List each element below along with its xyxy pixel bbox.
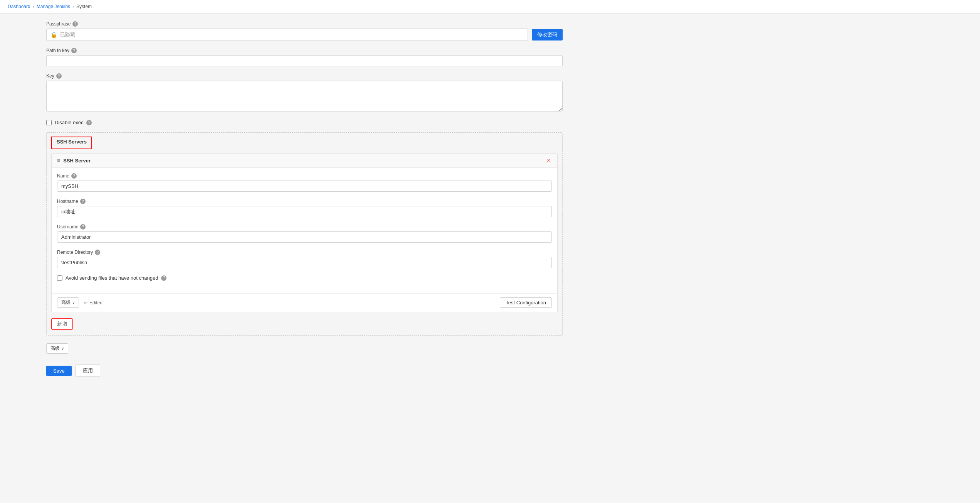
server-name-help-icon[interactable]: ? (71, 173, 77, 179)
passphrase-label: Passphrase ? (46, 21, 563, 27)
save-button[interactable]: Save (46, 366, 72, 376)
server-name-group: Name ? (57, 173, 552, 192)
key-input[interactable] (46, 81, 563, 111)
bottom-advanced-wrapper: 高级 ∨ (46, 343, 563, 359)
bottom-advanced-label: 高级 (50, 345, 60, 352)
avoid-sending-checkbox[interactable] (57, 275, 62, 281)
add-btn-wrapper: 新增 (47, 317, 562, 331)
server-remote-dir-group: Remote Directory ? (57, 250, 552, 268)
server-username-help-icon[interactable]: ? (80, 224, 86, 230)
passphrase-group: Passphrase ? 🔒 已隐藏 修改密码 (46, 21, 563, 41)
server-hostname-group: Hostname ? (57, 199, 552, 217)
avoid-sending-help-icon[interactable]: ? (161, 275, 166, 281)
server-footer-left: 高级 ∨ ✏ Edited (57, 297, 103, 308)
path-to-key-group: Path to key ? (46, 48, 563, 66)
key-help-icon[interactable]: ? (56, 73, 62, 79)
bottom-actions: Save 应用 (46, 365, 563, 377)
key-group: Key ? (46, 73, 563, 113)
breadcrumb: Dashboard › Manage Jenkins › System (0, 0, 980, 14)
server-footer: 高级 ∨ ✏ Edited Test Configuration (52, 293, 557, 312)
key-label: Key ? (46, 73, 563, 79)
drag-icon[interactable]: ≡ (57, 157, 60, 164)
server-remote-dir-label: Remote Directory ? (57, 250, 552, 255)
avoid-sending-row: Avoid sending files that have not change… (57, 275, 552, 281)
server-name-input[interactable] (57, 181, 552, 192)
server-username-group: Username ? (57, 224, 552, 243)
ssh-server-card: ≡ SSH Server × Name ? (51, 153, 558, 312)
path-to-key-input[interactable] (46, 55, 563, 66)
path-to-key-help-icon[interactable]: ? (71, 48, 77, 53)
chevron-down-icon: ∨ (72, 300, 75, 305)
passphrase-input-wrapper: 🔒 已隐藏 (46, 29, 528, 41)
bottom-chevron-down-icon: ∨ (61, 346, 64, 351)
server-username-label: Username ? (57, 224, 552, 230)
server-hostname-help-icon[interactable]: ? (80, 199, 86, 204)
bottom-advanced-button[interactable]: 高级 ∨ (46, 343, 68, 354)
test-configuration-button[interactable]: Test Configuration (500, 297, 552, 308)
change-password-button[interactable]: 修改密码 (532, 29, 563, 41)
add-server-button[interactable]: 新增 (51, 318, 73, 330)
server-advanced-button[interactable]: 高级 ∨ (57, 297, 79, 308)
edited-text: Edited (89, 300, 103, 306)
passphrase-row: 🔒 已隐藏 修改密码 (46, 29, 563, 41)
breadcrumb-system: System (76, 4, 92, 9)
path-to-key-label: Path to key ? (46, 48, 563, 53)
server-username-input[interactable] (57, 231, 552, 243)
ssh-server-card-wrapper: ≡ SSH Server × Name ? (47, 153, 562, 317)
ssh-servers-label: SSH Servers (51, 137, 92, 149)
ssh-server-header-left: ≡ SSH Server (57, 157, 91, 164)
server-hostname-input[interactable] (57, 206, 552, 217)
server-remote-dir-input[interactable] (57, 257, 552, 268)
server-remote-dir-help-icon[interactable]: ? (95, 250, 100, 255)
edited-label: ✏ Edited (84, 300, 103, 306)
disable-exec-checkbox[interactable] (46, 120, 52, 125)
pencil-icon: ✏ (84, 300, 87, 306)
disable-exec-row: Disable exec ? (46, 120, 563, 125)
lock-icon: 🔒 (50, 32, 57, 38)
passphrase-placeholder: 已隐藏 (60, 31, 75, 38)
breadcrumb-sep-1: › (33, 4, 34, 9)
ssh-servers-section: SSH Servers ≡ SSH Server × Name ? (46, 132, 563, 336)
server-advanced-label: 高级 (61, 299, 71, 306)
ssh-server-header: ≡ SSH Server × (52, 154, 557, 168)
ssh-server-body: Name ? Hostname ? (52, 168, 557, 293)
ssh-server-title: SSH Server (63, 158, 91, 164)
server-hostname-label: Hostname ? (57, 199, 552, 204)
breadcrumb-dashboard[interactable]: Dashboard (8, 4, 30, 9)
server-name-label: Name ? (57, 173, 552, 179)
passphrase-help-icon[interactable]: ? (72, 21, 78, 27)
main-content: Passphrase ? 🔒 已隐藏 修改密码 Path to key ? Ke… (0, 14, 578, 392)
disable-exec-help-icon[interactable]: ? (86, 120, 92, 125)
breadcrumb-sep-2: › (72, 4, 74, 9)
breadcrumb-manage-jenkins[interactable]: Manage Jenkins (37, 4, 70, 9)
disable-exec-label: Disable exec (55, 120, 83, 125)
apply-button[interactable]: 应用 (76, 365, 100, 377)
close-ssh-server-button[interactable]: × (545, 157, 552, 164)
avoid-sending-label: Avoid sending files that have not change… (66, 275, 158, 281)
